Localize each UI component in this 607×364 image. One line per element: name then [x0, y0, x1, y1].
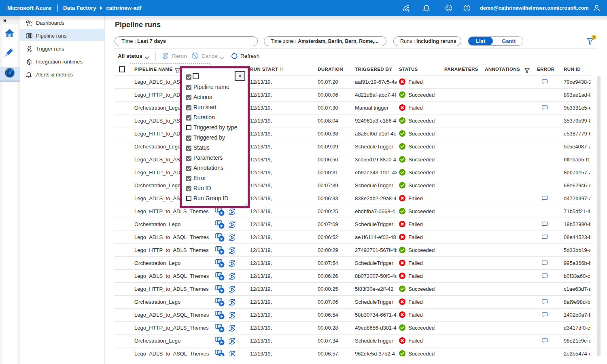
svg-text:?: ? — [466, 6, 468, 11]
